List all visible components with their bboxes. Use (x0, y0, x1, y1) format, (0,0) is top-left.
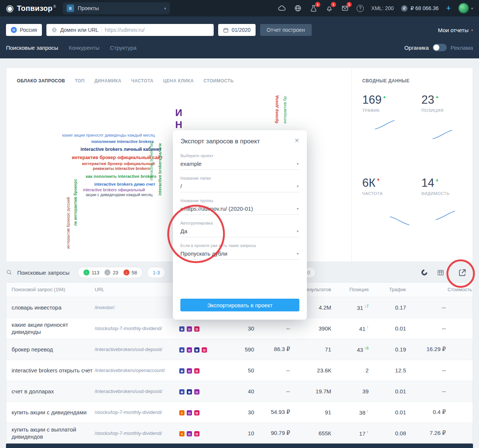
query-cell[interactable]: словарь инвестора (6, 297, 95, 318)
cloud-word: реквизиты interactive brokers (93, 167, 150, 171)
url-cell[interactable]: /investor/ (95, 297, 174, 318)
column-header-1[interactable]: URL (95, 283, 174, 297)
globe-icon[interactable] (294, 4, 302, 12)
column-header-6[interactable]: Позиция (333, 283, 370, 297)
cpc-cell: -- (256, 318, 292, 339)
query-cell[interactable]: купить акции с дивидендами (6, 402, 95, 423)
field-select[interactable]: /▾ (180, 180, 299, 192)
cpc-cell: -- (256, 360, 292, 381)
project-selector[interactable]: ≣ Проекты ▾ (63, 2, 170, 14)
query-cell[interactable]: счет в долларах (6, 381, 95, 402)
metric-value-row: 14▲ (421, 176, 479, 190)
results-cell: 91 (292, 402, 333, 423)
field-select[interactable]: Да▾ (180, 225, 299, 237)
xml-limits-label[interactable]: XML: 200 (371, 5, 394, 11)
up-count: ↑113 (83, 269, 100, 275)
url-cell[interactable]: /interactivebrokers/usd-deposit/ (95, 339, 174, 360)
cloud-word: брокер доход (274, 95, 279, 123)
url-cell[interactable]: /interactivebrokers/openaccount/ (95, 360, 174, 381)
cloud-tab-2[interactable]: ДИНАМИКА (94, 78, 121, 83)
bell-notification-badge: 1 (331, 2, 336, 7)
modal-fields: Выберите проектexample▾Название папки/▾Н… (180, 153, 299, 260)
my-reports-dropdown[interactable]: Мои отчеты ▾ (438, 27, 473, 33)
query-cell[interactable]: купить акции с выплатой дивидендов (6, 423, 95, 444)
cloud-tab-3[interactable]: ЧАСТОТА (131, 78, 153, 83)
logo[interactable]: ◉ Топвизор® (6, 4, 56, 13)
user-menu[interactable]: ▾ (458, 3, 473, 13)
url-cell[interactable]: /stocks/top-7-monthly-dividend/ (95, 318, 174, 339)
help-icon[interactable]: ? (357, 5, 364, 12)
query-cell[interactable]: interactive brokers открыть счет (6, 360, 95, 381)
cloud-tab-5[interactable]: СТОИМОСТЬ (204, 78, 234, 83)
main-tab-2[interactable]: Структура (110, 45, 137, 51)
table-row[interactable]: interactive brokers открыть счет/interac… (6, 360, 473, 381)
chevron-down-icon: ▾ (297, 229, 299, 233)
query-cell[interactable]: брокер перевод (6, 339, 95, 360)
query-cell[interactable]: какие акции приносят дивиденды (6, 318, 95, 339)
report-status-button[interactable]: Отчет построен (260, 24, 312, 36)
image-icon: ▨ (194, 368, 199, 374)
position-changes-pill[interactable]: ↑113 –23 ↓58 (78, 267, 143, 278)
close-icon[interactable]: ✕ (295, 138, 299, 144)
table-row[interactable]: купить акции с дивидендами/stocks/top-7-… (6, 402, 473, 423)
cloud-tab-1[interactable]: ТОП (75, 78, 85, 83)
bell-icon[interactable]: 1 (325, 4, 333, 12)
cost-cell: -- (408, 360, 473, 381)
same-count: –23 (104, 269, 118, 275)
cloud-tab-0[interactable]: ОБЛАКО ЗАПРОСОВ (17, 78, 65, 83)
balance[interactable]: ₽ ₽ 68 066.36 (401, 5, 439, 12)
column-header-0[interactable]: Поисковой запрос (194) (6, 283, 95, 297)
position-delta: ↑ (367, 325, 369, 329)
table-row[interactable]: счет в долларах/interactivebrokers/usd-d… (6, 381, 473, 402)
table-row[interactable]: купить акции с выплатой дивидендов/stock… (6, 423, 473, 444)
donut-chart-icon[interactable] (421, 269, 428, 276)
organic-ads-toggle[interactable] (433, 44, 447, 51)
modal-header: Экспорт запросов в проект ✕ (180, 138, 299, 145)
top-navbar: ◉ Топвизор® ≣ Проекты ▾ 1 1 (0, 0, 479, 16)
table-row[interactable]: какие акции приносят дивиденды/stocks/to… (6, 318, 473, 339)
results-cell: 19.7М (292, 381, 333, 402)
chevron-down-icon: ▾ (471, 6, 473, 10)
cloud-icon[interactable] (278, 4, 286, 12)
my-reports-label: Мои отчеты (438, 27, 469, 33)
traffic-cell: 0.19 (370, 339, 408, 360)
modal-title: Экспорт запросов в проект (180, 138, 260, 145)
sparkline (432, 129, 453, 140)
table-row[interactable]: брокер перевод/interactivebrokers/usd-de… (6, 339, 473, 360)
field-select[interactable]: к:https://udimov.ru/ (2020-01)▾ (180, 203, 299, 215)
flask-icon[interactable]: 1 (309, 4, 318, 12)
mail-icon[interactable]: 1 (341, 4, 349, 12)
top-up-button[interactable]: + (446, 4, 451, 12)
column-header-8[interactable]: Стоимость (408, 283, 473, 297)
globe-icon (51, 27, 57, 33)
range-filter-pill[interactable]: 1-3 (147, 267, 165, 278)
domain-selector[interactable]: Домен или URL https://udimov.ru/ (46, 24, 214, 36)
main-tab-0[interactable]: Поисковые запросы (6, 45, 58, 51)
table-columns-icon[interactable] (437, 269, 444, 276)
field-select[interactable]: example▾ (180, 158, 299, 170)
url-cell[interactable]: /stocks/top-7-monthly-dividend/ (95, 423, 174, 444)
field-select[interactable]: Пропускать дубли▾ (180, 248, 299, 260)
metric-label: ВИДИМОСТЬ (421, 191, 479, 196)
date-picker[interactable]: 01/2020 (218, 24, 256, 36)
summary-metric: 23▲ПОЗИЦИЯ (421, 93, 479, 176)
export-icon[interactable] (458, 269, 466, 277)
cloud-word: как пополнить interactive brokers (86, 174, 156, 179)
cube-icon: ◆ (179, 368, 184, 374)
cost-cell: 0.4 ₽ (408, 402, 473, 423)
cloud-word: акции с дивидендами каждый месяц (86, 193, 153, 197)
region-selector[interactable]: G Россия (6, 24, 42, 36)
summary-grid: 169▲ТРАФИК23▲ПОЗИЦИЯ6К▼ЧАСТОТА14▲ВИДИМОС… (362, 93, 473, 259)
cloud-tab-4[interactable]: ЦЕНА КЛИКА (163, 78, 194, 83)
url-cell[interactable]: /stocks/top-7-monthly-dividend/ (95, 402, 174, 423)
field-label: Название группы (180, 198, 299, 203)
registered-mark: ® (53, 4, 56, 9)
column-header-7[interactable]: Трафик (370, 283, 408, 297)
metric-label: ТРАФИК (362, 108, 421, 113)
up-arrow-icon: ▲ (435, 177, 439, 182)
cpc-cell: 86.3 ₽ (256, 339, 292, 360)
calendar-icon (223, 27, 229, 33)
export-to-project-button[interactable]: Экспортировать в проект (180, 299, 299, 311)
main-tab-1[interactable]: Конкуренты (69, 45, 100, 51)
url-cell[interactable]: /interactivebrokers/usd-deposit/ (95, 381, 174, 402)
